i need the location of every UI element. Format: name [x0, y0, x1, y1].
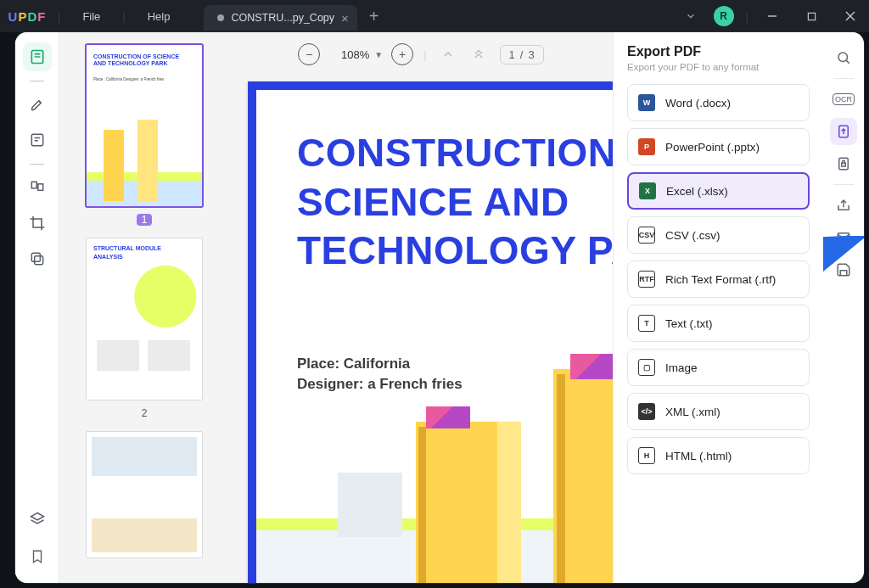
- chevron-down-icon[interactable]: [676, 10, 705, 22]
- export-option-html[interactable]: HHTML (.html): [627, 437, 810, 474]
- thumb1-number: 1: [137, 214, 152, 226]
- comment-button[interactable]: [23, 126, 52, 154]
- page-viewer: − ▼ + | 1 / 3: [229, 32, 613, 583]
- csv-filetype-icon: CSV: [638, 227, 655, 244]
- bookmark-button[interactable]: [23, 542, 52, 571]
- export-option-txt[interactable]: TText (.txt): [627, 305, 810, 342]
- export-option-xml[interactable]: </>XML (.xml): [627, 393, 810, 430]
- rtf-filetype-icon: RTF: [638, 271, 655, 288]
- export-option-label: Excel (.xlsx): [666, 185, 728, 198]
- export-option-rtf[interactable]: RTFRich Text Format (.rtf): [627, 260, 810, 298]
- right-toolrail: OCR: [823, 32, 864, 583]
- viewer-toolbar: − ▼ + | 1 / 3: [229, 41, 613, 68]
- workspace: — — CONSTRUCTION OF: [15, 32, 864, 583]
- organize-pages-button[interactable]: [23, 173, 52, 202]
- search-button[interactable]: [830, 44, 857, 71]
- left-toolrail: — —: [15, 32, 59, 583]
- export-panel: Export PDF Export your PDF to any format…: [613, 32, 823, 583]
- zoom-out-button[interactable]: −: [298, 43, 320, 65]
- svg-rect-1: [808, 13, 815, 20]
- export-title: Export PDF: [627, 44, 810, 59]
- page-thumbnail-1[interactable]: CONSTRUCTION OF SCIENCE AND TECHNOLOGY P…: [86, 44, 203, 207]
- thumb3-art-icon: [92, 437, 197, 552]
- share-button[interactable]: [830, 192, 857, 219]
- highlighter-button[interactable]: [23, 90, 52, 119]
- account-avatar[interactable]: R: [714, 6, 734, 26]
- zoom-in-button[interactable]: +: [391, 43, 413, 65]
- export-option-label: Word (.docx): [665, 97, 731, 109]
- zoom-input[interactable]: [328, 48, 369, 61]
- export-option-label: PowerPoint (.pptx): [665, 141, 760, 154]
- thumb1-art-icon: [87, 113, 202, 206]
- save-button[interactable]: [830, 256, 857, 283]
- txt-filetype-icon: T: [638, 315, 655, 332]
- export-option-label: HTML (.html): [665, 450, 732, 462]
- export-option-label: Text (.txt): [665, 317, 713, 330]
- rail-separator-icon: —: [23, 78, 52, 83]
- svg-line-15: [846, 60, 849, 63]
- close-tab-icon[interactable]: ×: [341, 11, 349, 25]
- app-logo: UPDF: [0, 9, 54, 24]
- thumb1-line1: CONSTRUCTION OF SCIENCE: [93, 53, 179, 59]
- svg-rect-19: [842, 163, 846, 166]
- menu-help[interactable]: Help: [129, 10, 189, 23]
- page-indicator[interactable]: 1 / 3: [500, 45, 544, 64]
- export-option-label: Rich Text Format (.rtf): [665, 273, 776, 286]
- window-maximize-button[interactable]: [793, 0, 830, 32]
- export-option-label: CSV (.csv): [665, 229, 720, 242]
- export-option-label: Image: [665, 361, 698, 374]
- new-tab-button[interactable]: +: [357, 7, 391, 26]
- xls-filetype-icon: X: [639, 182, 656, 199]
- svg-rect-10: [34, 256, 42, 265]
- menu-file[interactable]: File: [64, 10, 119, 23]
- export-button[interactable]: [830, 118, 857, 145]
- email-button[interactable]: [830, 224, 857, 251]
- svg-rect-11: [31, 253, 40, 261]
- thumb2-line2: ANALYSIS: [93, 254, 123, 260]
- export-option-docx[interactable]: WWord (.docx): [627, 84, 810, 121]
- xml-filetype-icon: </>: [638, 403, 655, 420]
- current-page: 1: [509, 48, 515, 61]
- svg-marker-12: [31, 513, 43, 520]
- svg-rect-8: [31, 182, 36, 188]
- unsaved-indicator-icon: [217, 14, 224, 21]
- export-option-csv[interactable]: CSVCSV (.csv): [627, 216, 810, 254]
- rail-separator-icon: —: [23, 161, 52, 166]
- first-page-button[interactable]: [468, 43, 490, 65]
- thumb2-art-icon: [92, 264, 197, 395]
- page-thumbnail-3[interactable]: [86, 431, 203, 558]
- titlebar: UPDF | File | Help CONSTRU...py_Copy × +…: [0, 0, 869, 32]
- zoom-dropdown-icon[interactable]: ▼: [374, 50, 383, 59]
- total-pages: 3: [528, 48, 534, 61]
- window-minimize-button[interactable]: [754, 0, 791, 32]
- window-close-button[interactable]: [832, 0, 869, 32]
- ocr-button[interactable]: OCR: [830, 86, 857, 113]
- tab-title: CONSTRU...py_Copy: [231, 12, 334, 24]
- layers-button[interactable]: [23, 505, 52, 534]
- svg-rect-9: [37, 184, 42, 191]
- crop-button[interactable]: [23, 209, 52, 238]
- export-option-image[interactable]: ▢Image: [627, 349, 810, 386]
- img-filetype-icon: ▢: [638, 359, 655, 376]
- thumb1-meta: Place : California Designer: a French fr…: [93, 77, 164, 81]
- thumb2-line1: STRUCTURAL MODULE: [93, 245, 161, 251]
- page-thumbnail-2[interactable]: STRUCTURAL MODULE ANALYSIS: [86, 238, 203, 400]
- thumb2-number: 2: [137, 407, 152, 419]
- export-option-pptx[interactable]: PPowerPoint (.pptx): [627, 128, 810, 165]
- page-separator: /: [520, 48, 524, 61]
- document-tab[interactable]: CONSTRU...py_Copy ×: [204, 5, 356, 31]
- ppt-filetype-icon: P: [638, 138, 655, 155]
- prev-page-button[interactable]: [437, 43, 459, 65]
- svg-rect-7: [31, 134, 42, 145]
- export-option-label: XML (.xml): [665, 406, 720, 418]
- export-option-xlsx[interactable]: XExcel (.xlsx): [627, 172, 810, 210]
- svg-point-14: [838, 53, 848, 62]
- thumbnail-panel: CONSTRUCTION OF SCIENCE AND TECHNOLOGY P…: [59, 32, 229, 583]
- protect-button[interactable]: [830, 150, 857, 177]
- export-subtitle: Export your PDF to any format: [627, 62, 810, 72]
- reader-mode-button[interactable]: [23, 42, 52, 71]
- html-filetype-icon: H: [638, 447, 655, 464]
- word-filetype-icon: W: [638, 94, 655, 111]
- thumb1-line2: AND TECHNOLOGY PARK: [93, 60, 168, 66]
- duplicate-button[interactable]: [23, 244, 52, 273]
